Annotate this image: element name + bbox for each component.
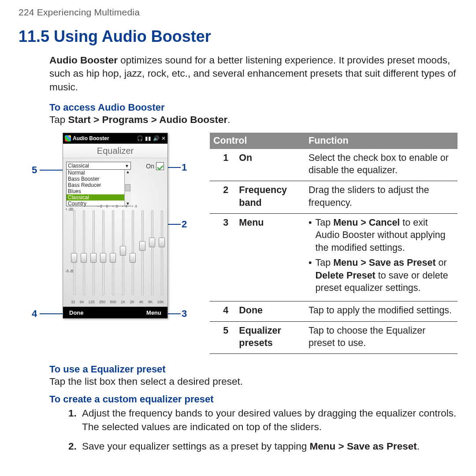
table-row: 3 Menu •Tap Menu > Cancel to exit Audio … [210, 214, 457, 301]
on-label: On [146, 163, 154, 170]
page: 224 Experiencing Multimedia 11.5 Using A… [0, 0, 476, 464]
freq-slider[interactable] [149, 210, 154, 295]
callout-2: 2 [182, 219, 187, 230]
create-preset-steps: Adjust the frequency bands to your desir… [19, 407, 457, 453]
preset-item-selected[interactable]: Classical [67, 194, 130, 201]
on-toggle[interactable]: On [146, 162, 164, 170]
freq-slider[interactable] [139, 210, 145, 295]
phone-softkey-bar: Done Menu [63, 307, 167, 318]
preset-item[interactable]: Bass Booster [67, 176, 130, 182]
freq-slider[interactable] [90, 210, 96, 295]
preset-dropdown[interactable]: Classical ▼ Normal Bass Booster Bass Red… [66, 162, 131, 206]
volume-icon: 🔊 [153, 135, 160, 141]
subhead-create-preset: To create a custom equalizer preset [49, 394, 457, 405]
callout-4: 4 [32, 308, 37, 320]
th-control: Control [210, 133, 305, 149]
subhead-use-preset: To use a Equalizer preset [49, 364, 457, 375]
access-line: Tap Start > Programs > Audio Booster. [49, 114, 457, 126]
callout-line [40, 313, 63, 314]
figure-and-table-row: 5 1 2 3 4 Audio Booster 🎧 ▮▮ 🔊 [19, 133, 457, 354]
th-function: Function [305, 133, 457, 149]
freq-slider[interactable] [100, 210, 105, 295]
equalizer-body: Classical ▼ Normal Bass Booster Bass Red… [63, 158, 167, 307]
preset-item[interactable]: Normal [67, 170, 130, 176]
callout-line [167, 313, 181, 314]
done-button[interactable]: Done [69, 309, 84, 316]
callout-line [40, 170, 63, 171]
freq-slider[interactable] [110, 210, 115, 295]
table-row: 4 Done Tap to apply the modified setting… [210, 301, 457, 321]
preset-item[interactable]: Blues [67, 188, 130, 194]
freq-slider[interactable] [159, 210, 164, 295]
section-title: 11.5 Using Audio Booster [19, 27, 457, 46]
phone-screenshot: Audio Booster 🎧 ▮▮ 🔊 ✕ Equalizer Classic… [63, 133, 168, 319]
table-row: 2 Frequency band Drag the sliders to adj… [210, 181, 457, 214]
phone-status-bar: Audio Booster 🎧 ▮▮ 🔊 ✕ [63, 133, 167, 144]
close-icon[interactable]: ✕ [161, 135, 166, 141]
chevron-down-icon: ▼ [125, 164, 129, 168]
signal-icon: ▮▮ [145, 135, 151, 141]
freq-slider[interactable] [71, 210, 76, 295]
freq-slider[interactable] [81, 210, 86, 295]
menu-button[interactable]: Menu [146, 309, 161, 316]
preset-item[interactable]: Bass Reducer [67, 182, 130, 188]
slider-bank [71, 210, 164, 295]
preset-list[interactable]: Normal Bass Booster Bass Reducer Blues C… [67, 170, 130, 206]
running-header: 224 Experiencing Multimedia [19, 7, 457, 18]
callout-1: 1 [182, 162, 187, 173]
callout-line [167, 224, 181, 225]
windows-flag-icon [65, 135, 71, 141]
preset-scrollbar[interactable]: ▲ ▼ [124, 170, 131, 206]
scroll-up-icon[interactable]: ▲ [126, 170, 130, 174]
control-function-table: Control Function 1 On Select the check b… [210, 133, 457, 354]
freq-labels: 32 64 125 250 500 1K 2K 4K 8K 16K [71, 300, 164, 304]
intro-bold: Audio Booster [49, 55, 118, 66]
scroll-thumb[interactable] [125, 184, 130, 191]
freq-slider[interactable] [130, 210, 135, 295]
step-1: Adjust the frequency bands to your desir… [79, 407, 457, 434]
callout-3: 3 [182, 308, 187, 320]
step-2: Save your equalizer settings as a preset… [79, 440, 457, 453]
preset-selected-label: Classical [68, 163, 89, 169]
app-title: Audio Booster [73, 135, 109, 141]
intro-paragraph: Audio Booster optimizes sound for a bett… [19, 54, 457, 94]
on-checkbox[interactable] [156, 162, 164, 170]
table-row: 1 On Select the check box to enable or d… [210, 149, 457, 181]
table-row: 5 Equalizer presets Tap to choose the Eq… [210, 321, 457, 354]
preset-selected-row[interactable]: Classical ▼ [67, 162, 130, 170]
slider-value-readout: -2 0 +3 +4 +4 [97, 204, 138, 208]
callout-5: 5 [32, 164, 37, 176]
subhead-access: To access Audio Booster [49, 102, 457, 113]
screenshot-figure: 5 1 2 3 4 Audio Booster 🎧 ▮▮ 🔊 [32, 133, 195, 324]
callout-line [167, 167, 181, 168]
use-preset-line: Tap the list box then select a desired p… [49, 376, 457, 387]
headphone-icon: 🎧 [137, 135, 143, 141]
freq-slider[interactable] [120, 210, 125, 295]
screen-title: Equalizer [63, 144, 167, 158]
